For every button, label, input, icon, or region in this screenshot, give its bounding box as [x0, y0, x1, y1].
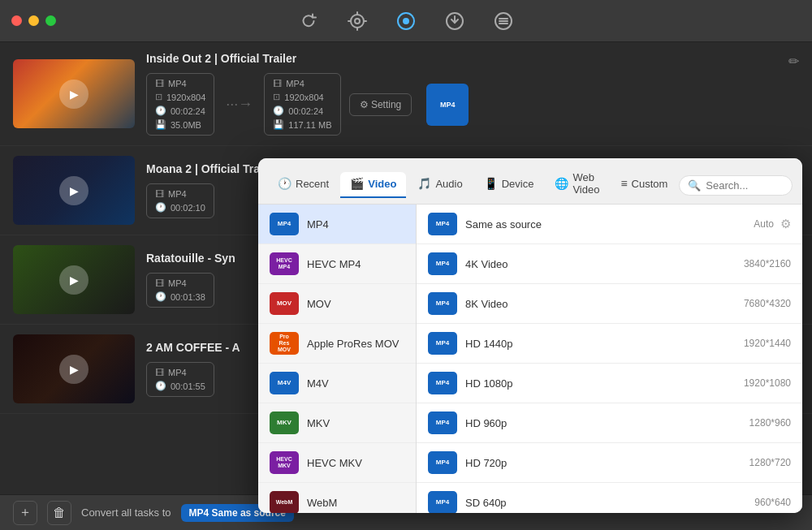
format-mp4-label: MP4	[307, 218, 329, 231]
format-hevecmkv[interactable]: HEVCMKV HEVC MKV	[258, 443, 416, 483]
format-mov[interactable]: MOV MOV	[258, 284, 416, 324]
input-res-row: ⊡ 1920x804	[155, 92, 205, 102]
format-hevcmp4-label: HEVC MP4	[307, 258, 361, 270]
format-webm[interactable]: WebM WebM	[258, 483, 416, 513]
format-hevcmp4[interactable]: HEVCMP4 HEVC MP4	[258, 244, 416, 284]
output-size-1: 117.11 MB	[288, 120, 331, 130]
tab-video[interactable]: 🎬 Video	[340, 172, 406, 198]
preset-hd720-label: HD 720p	[457, 457, 749, 469]
output-meta-1: 🎞 MP4 ⊡ 1920x804 🕐 00:02:24 💾	[264, 73, 340, 136]
format-val-3: MP4	[168, 278, 187, 288]
preset-hd1080-res: 1920*1080	[744, 377, 791, 389]
dur-val-2: 00:02:10	[171, 203, 205, 213]
edit-btn-1[interactable]: ✏	[788, 54, 799, 69]
delete-button[interactable]: 🗑	[47, 501, 71, 525]
minimize-btn[interactable]	[28, 15, 39, 26]
size-icon-out: 💾	[273, 119, 284, 130]
close-btn[interactable]	[11, 15, 22, 26]
input-meta-1: 🎞 MP4 ⊡ 1920x804 🕐 00:02:24 💾	[146, 73, 214, 136]
preset-hd720[interactable]: MP4 HD 720p 1280*720	[417, 443, 802, 483]
more-icon[interactable]	[492, 10, 515, 32]
custom-tab-icon: ≡	[620, 177, 627, 190]
preset-hd960-res: 1280*960	[749, 417, 791, 429]
size-icon: 💾	[155, 119, 166, 130]
film-icon-3: 🎞	[155, 278, 164, 288]
maximize-btn[interactable]	[45, 15, 56, 26]
film-icon-2: 🎞	[155, 189, 164, 199]
badge-prores: ProResMOV	[270, 332, 299, 355]
input-format-1: MP4	[168, 79, 187, 88]
svg-point-0	[351, 15, 364, 28]
output-format-1: MP4	[286, 79, 304, 88]
svg-point-7	[403, 18, 409, 24]
clock-4: 🕐	[155, 381, 166, 391]
clock-icon-out: 🕐	[273, 106, 284, 116]
play-btn-4[interactable]: ▶	[59, 355, 89, 384]
webvideo-tab-icon: 🌐	[555, 177, 568, 190]
preset-sd640[interactable]: MP4 SD 640p 960*640	[417, 483, 802, 513]
preset-8k[interactable]: MP4 8K Video 7680*4320	[417, 284, 802, 324]
preset-hd1080-label: HD 1080p	[457, 377, 744, 390]
play-btn-2[interactable]: ▶	[59, 176, 89, 205]
format-prores[interactable]: ProResMOV Apple ProRes MOV	[258, 324, 416, 364]
tab-custom-label: Custom	[632, 178, 668, 190]
add-media-button[interactable]: ＋	[13, 501, 37, 525]
preset-4k-res: 3840*2160	[744, 258, 791, 269]
film-icon-4: 🎞	[155, 368, 164, 377]
film-icon: 🎞	[155, 79, 164, 88]
setting-btn-1[interactable]: ⚙ Setting	[349, 93, 412, 116]
download-icon[interactable]	[443, 10, 466, 32]
tab-custom[interactable]: ≡ Custom	[611, 172, 677, 198]
format-tabs: 🕐 Recent 🎬 Video 🎵 Audio 📱 Device 🌐 Web …	[258, 158, 802, 205]
thumbnail-4[interactable]: ▶	[13, 334, 135, 403]
preset-hd960[interactable]: MP4 HD 960p 1280*960	[417, 403, 802, 443]
res-icon-out: ⊡	[273, 92, 280, 102]
titlebar	[0, 0, 812, 42]
format-mkv[interactable]: MKV MKV	[258, 403, 416, 443]
preset-4k[interactable]: MP4 4K Video 3840*2160	[417, 244, 802, 284]
preset-4k-label: 4K Video	[457, 258, 744, 270]
preset-hd1440-badge: MP4	[428, 332, 457, 355]
preset-hd1440-res: 1920*1440	[744, 338, 791, 349]
search-input[interactable]	[706, 179, 787, 192]
output-thumb-1: MP4	[426, 84, 469, 126]
preset-hd1440[interactable]: MP4 HD 1440p 1920*1440	[417, 324, 802, 364]
preset-8k-res: 7680*4320	[744, 298, 791, 309]
output-format-row: 🎞 MP4	[273, 79, 331, 88]
arrow-sep: ···→	[222, 96, 256, 113]
badge-hevcmp4: HEVCMP4	[270, 252, 299, 275]
preset-hd1080-badge: MP4	[428, 372, 457, 394]
tab-audio[interactable]: 🎵 Audio	[408, 172, 472, 198]
tab-recent[interactable]: 🕐 Recent	[268, 172, 339, 198]
film-icon-out: 🎞	[273, 79, 282, 88]
preset-list: MP4 Same as source Auto ⚙ MP4 4K Video 3…	[417, 205, 802, 513]
badge-m4v: M4V	[270, 372, 299, 394]
preset-same-label: Same as source	[457, 218, 754, 231]
gear-icon[interactable]: ⚙	[780, 217, 791, 231]
preset-same[interactable]: MP4 Same as source Auto ⚙	[417, 205, 802, 244]
thumbnail-1[interactable]: ▶	[13, 59, 135, 128]
preset-hd1080[interactable]: MP4 HD 1080p 1920*1080	[417, 364, 802, 403]
toolbox-icon[interactable]	[395, 10, 417, 32]
thumbnail-2[interactable]: ▶	[13, 156, 135, 225]
badge-webm: WebM	[270, 491, 299, 513]
format-mp4[interactable]: MP4 MP4	[258, 205, 416, 244]
play-btn-1[interactable]: ▶	[59, 80, 89, 109]
preset-hd1440-label: HD 1440p	[457, 338, 744, 350]
editor-icon[interactable]	[346, 10, 369, 32]
input-res-1: 1920x804	[166, 93, 205, 102]
preset-hd960-label: HD 960p	[457, 417, 749, 429]
format-row-4: 🎞 MP4	[155, 368, 205, 377]
tab-webvideo[interactable]: 🌐 Web Video	[545, 166, 609, 204]
input-dur-1: 00:02:24	[171, 106, 205, 116]
svg-point-1	[355, 19, 360, 24]
input-meta-3: 🎞 MP4 🕐 00:01:38	[146, 273, 214, 308]
format-mkv-label: MKV	[307, 417, 330, 429]
preset-4k-badge: MP4	[428, 252, 457, 275]
thumbnail-3[interactable]: ▶	[13, 245, 135, 314]
tab-device[interactable]: 📱 Device	[474, 172, 544, 198]
format-m4v[interactable]: M4V M4V	[258, 364, 416, 403]
convert-icon[interactable]	[297, 10, 320, 32]
preset-hd960-badge: MP4	[428, 412, 457, 434]
play-btn-3[interactable]: ▶	[59, 265, 89, 295]
